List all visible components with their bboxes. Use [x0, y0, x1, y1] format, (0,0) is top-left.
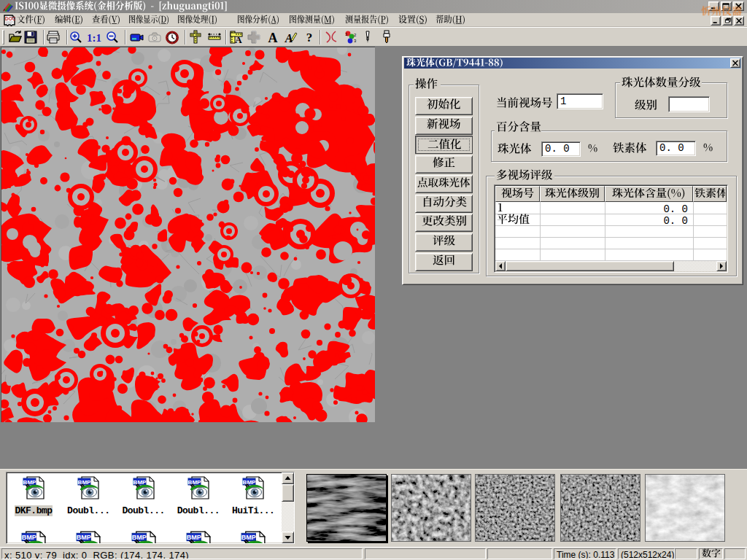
svg-text:?: ?: [306, 31, 312, 44]
svg-text:2: 2: [354, 33, 357, 37]
svg-text:A: A: [235, 34, 242, 44]
svg-text:3: 3: [354, 39, 357, 43]
svg-text:1:1: 1:1: [87, 32, 101, 44]
svg-text:A: A: [268, 31, 277, 44]
svg-text:DOC: DOC: [5, 16, 16, 21]
svg-text:A: A: [285, 32, 293, 44]
